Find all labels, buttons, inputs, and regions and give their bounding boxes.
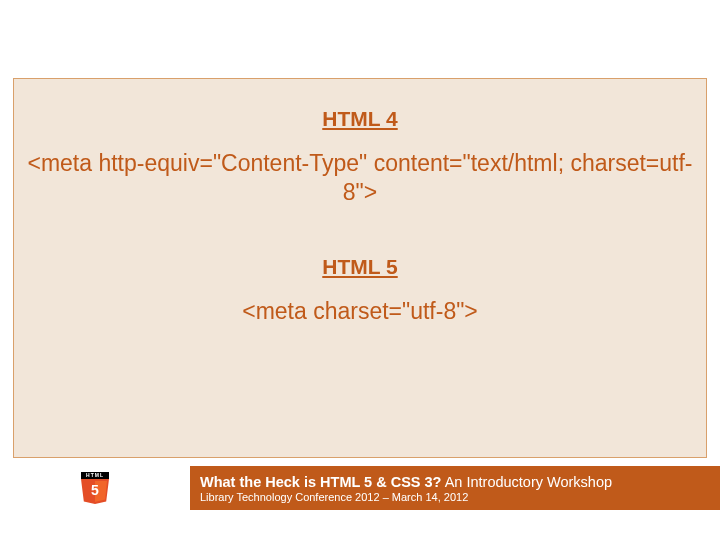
html5-code: <meta charset="utf-8"> <box>14 297 706 326</box>
footer-subtitle: Library Technology Conference 2012 – Mar… <box>200 491 710 503</box>
footer-title-rest: An Introductory Workshop <box>441 474 612 490</box>
html4-code: <meta http-equiv="Content-Type" content=… <box>14 149 706 207</box>
footer-title-bold: What the Heck is HTML 5 & CSS 3? <box>200 474 441 490</box>
html4-heading: HTML 4 <box>14 107 706 131</box>
footer-title: What the Heck is HTML 5 & CSS 3? An Intr… <box>200 475 710 491</box>
html5-logo-icon: HTML 5 <box>81 472 109 504</box>
html5-logo-top: HTML <box>81 472 109 479</box>
html5-heading: HTML 5 <box>14 255 706 279</box>
footer-text-area: What the Heck is HTML 5 & CSS 3? An Intr… <box>190 466 720 510</box>
slide-footer: HTML 5 What the Heck is HTML 5 & CSS 3? … <box>0 466 720 510</box>
slide-content: HTML 4 <meta http-equiv="Content-Type" c… <box>13 78 707 458</box>
html5-logo-number: 5 <box>81 482 109 498</box>
footer-logo-area: HTML 5 <box>0 466 190 510</box>
